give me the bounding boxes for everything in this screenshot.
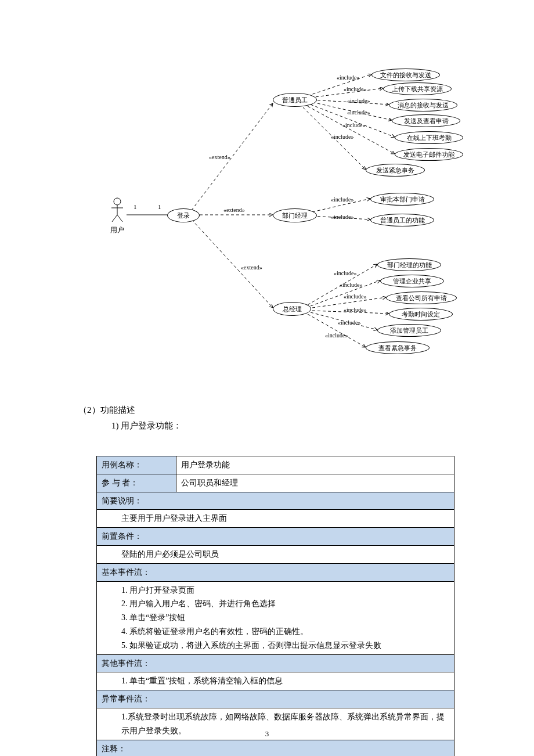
cell-value: 公司职员和经理	[176, 474, 454, 492]
svg-line-1	[192, 103, 273, 210]
uc-staff-6: 发送紧急事务	[366, 164, 425, 177]
stereo-extend-2: «extend»	[223, 207, 245, 213]
inc-s4: «include»	[342, 122, 365, 128]
table-row: 前置条件：	[97, 528, 454, 546]
cell-value: 1. 用户打开登录页面 2. 用户输入用户名、密码、并进行角色选择 3. 单击“…	[97, 581, 454, 654]
inc-s3: «include»	[347, 109, 370, 116]
svg-line-3	[192, 219, 273, 308]
uc-staff-0: 文件的接收与发送	[371, 69, 440, 81]
stereo-extend-1: «extend»	[209, 154, 230, 160]
inc-s0: «include»	[337, 74, 359, 81]
stereo-extend-3: «extend»	[241, 264, 262, 271]
heading-2: （2）功能描述	[78, 402, 456, 418]
cell-label: 参 与 者：	[97, 474, 176, 492]
inc-g3: «include»	[344, 307, 366, 313]
svg-point-19	[114, 198, 121, 205]
cell-label: 用例名称：	[97, 456, 176, 474]
table-row: 基本事件流：	[97, 563, 454, 581]
cell-value: 主要用于用户登录进入主界面	[97, 510, 454, 528]
table-row: 1. 用户打开登录页面 2. 用户输入用户名、密码、并进行角色选择 3. 单击“…	[97, 581, 454, 654]
actor-label: 用户	[109, 225, 125, 235]
usecase-staff: 普通员工	[273, 93, 317, 107]
table-row: 用例名称： 用户登录功能	[97, 456, 454, 474]
table-row: 其他事件流：	[97, 654, 454, 672]
uc-gm-0: 部门经理的功能	[377, 258, 441, 271]
inc-s5: «include»	[331, 134, 353, 140]
cell-label: 基本事件流：	[97, 563, 454, 581]
cell-value: 用户登录功能	[176, 456, 454, 474]
usecase-gm: 总经理	[273, 302, 311, 316]
page-number: 3	[0, 729, 534, 739]
uc-gm-2: 查看公司所有申请	[386, 291, 457, 304]
uc-staff-3: 发送及查看申请	[392, 114, 460, 127]
cell-label: 注释：	[97, 740, 454, 756]
uc-dept-0: 审批本部门申请	[370, 193, 434, 206]
inc-d1: «include»	[331, 214, 353, 220]
mult-1a: 1	[134, 203, 137, 210]
table-row: 异常事件流：	[97, 690, 454, 708]
inc-g5: «include»	[325, 332, 348, 339]
inc-g2: «include»	[344, 293, 366, 300]
inc-s2: «include»	[347, 98, 370, 104]
uc-gm-4: 添加管理员工	[377, 324, 441, 337]
inc-s1: «include»	[344, 86, 366, 92]
cell-label: 简要说明：	[97, 492, 454, 510]
cell-label: 前置条件：	[97, 528, 454, 546]
page: 用户 1 1 登录 普通员工 部门经理 总经理 «extend» «extend…	[0, 0, 534, 756]
table-row: 简要说明：	[97, 492, 454, 510]
mult-1b: 1	[158, 203, 161, 210]
inc-g0: «include»	[334, 270, 356, 276]
uc-staff-1: 上传下载共享资源	[383, 82, 452, 95]
uc-gm-3: 考勤时间设定	[389, 308, 453, 321]
table-row: 主要用于用户登录进入主界面	[97, 510, 454, 528]
usecase-dept: 部门经理	[273, 208, 317, 222]
cell-value: 1. 单击“重置”按钮，系统将清空输入框的信息	[97, 672, 454, 690]
cell-label: 其他事件流：	[97, 654, 454, 672]
uc-staff-2: 消息的接收与发送	[389, 99, 457, 111]
uc-staff-4: 在线上下班考勤	[395, 131, 463, 144]
cell-value: 登陆的用户必须是公司职员	[97, 545, 454, 563]
uc-dept-1: 普通员工的功能	[370, 214, 434, 226]
actor-user: 用户	[109, 197, 125, 235]
table-row: 参 与 者： 公司职员和经理	[97, 474, 454, 492]
svg-line-23	[117, 215, 122, 222]
actor-icon	[109, 197, 125, 223]
cell-label: 异常事件流：	[97, 690, 454, 708]
uc-gm-5: 查看紧急事务	[366, 341, 430, 354]
uml-diagram: 用户 1 1 登录 普通员工 部门经理 总经理 «extend» «extend…	[93, 64, 511, 360]
table-row: 1. 单击“重置”按钮，系统将清空输入框的信息	[97, 672, 454, 690]
svg-line-22	[112, 215, 117, 222]
inc-g1: «include»	[340, 282, 362, 288]
uc-staff-5: 发送电子邮件功能	[395, 148, 463, 161]
table-row: 登陆的用户必须是公司职员	[97, 545, 454, 563]
heading-2-1: 1) 用户登录功能：	[78, 418, 456, 434]
inc-g4: «include»	[338, 319, 360, 326]
inc-d0: «include»	[331, 196, 353, 203]
usecase-table: 用例名称： 用户登录功能 参 与 者： 公司职员和经理 简要说明： 主要用于用户…	[96, 456, 454, 756]
table-row: 注释：	[97, 740, 454, 756]
usecase-login: 登录	[167, 208, 200, 222]
uc-gm-1: 管理企业共享	[380, 275, 444, 287]
section-heading: （2）功能描述 1) 用户登录功能：	[78, 402, 456, 434]
